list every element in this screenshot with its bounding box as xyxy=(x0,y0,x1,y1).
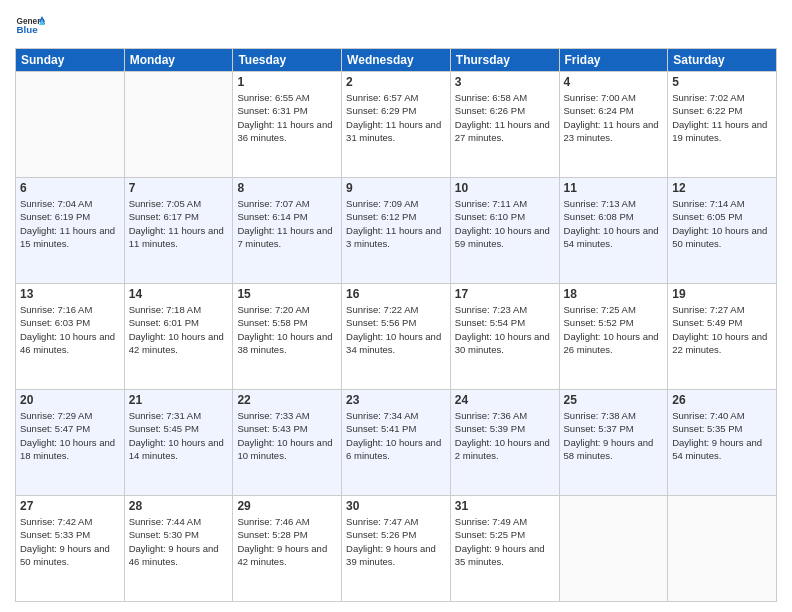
day-number: 5 xyxy=(672,75,772,89)
day-info: Sunrise: 7:23 AM Sunset: 5:54 PM Dayligh… xyxy=(455,303,555,356)
day-info: Sunrise: 7:33 AM Sunset: 5:43 PM Dayligh… xyxy=(237,409,337,462)
day-info: Sunrise: 7:49 AM Sunset: 5:25 PM Dayligh… xyxy=(455,515,555,568)
calendar-cell xyxy=(16,72,125,178)
day-header-tuesday: Tuesday xyxy=(233,49,342,72)
day-header-saturday: Saturday xyxy=(668,49,777,72)
calendar-cell: 26Sunrise: 7:40 AM Sunset: 5:35 PM Dayli… xyxy=(668,390,777,496)
day-info: Sunrise: 7:44 AM Sunset: 5:30 PM Dayligh… xyxy=(129,515,229,568)
calendar-cell: 8Sunrise: 7:07 AM Sunset: 6:14 PM Daylig… xyxy=(233,178,342,284)
calendar-cell xyxy=(124,72,233,178)
day-number: 12 xyxy=(672,181,772,195)
day-info: Sunrise: 7:34 AM Sunset: 5:41 PM Dayligh… xyxy=(346,409,446,462)
calendar-cell: 20Sunrise: 7:29 AM Sunset: 5:47 PM Dayli… xyxy=(16,390,125,496)
day-number: 27 xyxy=(20,499,120,513)
calendar-week-row: 1Sunrise: 6:55 AM Sunset: 6:31 PM Daylig… xyxy=(16,72,777,178)
calendar-cell: 5Sunrise: 7:02 AM Sunset: 6:22 PM Daylig… xyxy=(668,72,777,178)
day-info: Sunrise: 7:00 AM Sunset: 6:24 PM Dayligh… xyxy=(564,91,664,144)
day-number: 2 xyxy=(346,75,446,89)
day-number: 17 xyxy=(455,287,555,301)
day-info: Sunrise: 7:47 AM Sunset: 5:26 PM Dayligh… xyxy=(346,515,446,568)
calendar-cell: 7Sunrise: 7:05 AM Sunset: 6:17 PM Daylig… xyxy=(124,178,233,284)
day-info: Sunrise: 7:31 AM Sunset: 5:45 PM Dayligh… xyxy=(129,409,229,462)
calendar-cell xyxy=(668,496,777,602)
day-number: 18 xyxy=(564,287,664,301)
day-info: Sunrise: 7:46 AM Sunset: 5:28 PM Dayligh… xyxy=(237,515,337,568)
day-number: 30 xyxy=(346,499,446,513)
day-info: Sunrise: 7:25 AM Sunset: 5:52 PM Dayligh… xyxy=(564,303,664,356)
day-number: 6 xyxy=(20,181,120,195)
day-info: Sunrise: 7:36 AM Sunset: 5:39 PM Dayligh… xyxy=(455,409,555,462)
calendar-cell: 25Sunrise: 7:38 AM Sunset: 5:37 PM Dayli… xyxy=(559,390,668,496)
calendar-cell: 12Sunrise: 7:14 AM Sunset: 6:05 PM Dayli… xyxy=(668,178,777,284)
day-number: 8 xyxy=(237,181,337,195)
calendar-cell: 17Sunrise: 7:23 AM Sunset: 5:54 PM Dayli… xyxy=(450,284,559,390)
day-number: 22 xyxy=(237,393,337,407)
svg-text:Blue: Blue xyxy=(17,24,39,35)
calendar-cell: 30Sunrise: 7:47 AM Sunset: 5:26 PM Dayli… xyxy=(342,496,451,602)
day-info: Sunrise: 6:58 AM Sunset: 6:26 PM Dayligh… xyxy=(455,91,555,144)
day-number: 23 xyxy=(346,393,446,407)
day-info: Sunrise: 7:29 AM Sunset: 5:47 PM Dayligh… xyxy=(20,409,120,462)
day-info: Sunrise: 7:05 AM Sunset: 6:17 PM Dayligh… xyxy=(129,197,229,250)
calendar-week-row: 6Sunrise: 7:04 AM Sunset: 6:19 PM Daylig… xyxy=(16,178,777,284)
calendar-cell: 18Sunrise: 7:25 AM Sunset: 5:52 PM Dayli… xyxy=(559,284,668,390)
calendar-cell: 11Sunrise: 7:13 AM Sunset: 6:08 PM Dayli… xyxy=(559,178,668,284)
day-number: 14 xyxy=(129,287,229,301)
day-header-wednesday: Wednesday xyxy=(342,49,451,72)
page: General Blue SundayMondayTuesdayWednesda… xyxy=(0,0,792,612)
calendar-cell: 1Sunrise: 6:55 AM Sunset: 6:31 PM Daylig… xyxy=(233,72,342,178)
day-info: Sunrise: 7:42 AM Sunset: 5:33 PM Dayligh… xyxy=(20,515,120,568)
day-number: 4 xyxy=(564,75,664,89)
day-info: Sunrise: 7:20 AM Sunset: 5:58 PM Dayligh… xyxy=(237,303,337,356)
calendar-cell xyxy=(559,496,668,602)
logo: General Blue xyxy=(15,10,45,40)
calendar-cell: 16Sunrise: 7:22 AM Sunset: 5:56 PM Dayli… xyxy=(342,284,451,390)
day-info: Sunrise: 7:02 AM Sunset: 6:22 PM Dayligh… xyxy=(672,91,772,144)
day-header-sunday: Sunday xyxy=(16,49,125,72)
calendar-cell: 14Sunrise: 7:18 AM Sunset: 6:01 PM Dayli… xyxy=(124,284,233,390)
day-info: Sunrise: 7:40 AM Sunset: 5:35 PM Dayligh… xyxy=(672,409,772,462)
calendar-cell: 3Sunrise: 6:58 AM Sunset: 6:26 PM Daylig… xyxy=(450,72,559,178)
day-info: Sunrise: 7:22 AM Sunset: 5:56 PM Dayligh… xyxy=(346,303,446,356)
day-number: 13 xyxy=(20,287,120,301)
day-number: 7 xyxy=(129,181,229,195)
calendar-cell: 27Sunrise: 7:42 AM Sunset: 5:33 PM Dayli… xyxy=(16,496,125,602)
day-info: Sunrise: 6:57 AM Sunset: 6:29 PM Dayligh… xyxy=(346,91,446,144)
day-info: Sunrise: 7:04 AM Sunset: 6:19 PM Dayligh… xyxy=(20,197,120,250)
calendar-cell: 9Sunrise: 7:09 AM Sunset: 6:12 PM Daylig… xyxy=(342,178,451,284)
day-info: Sunrise: 7:16 AM Sunset: 6:03 PM Dayligh… xyxy=(20,303,120,356)
day-number: 25 xyxy=(564,393,664,407)
calendar-week-row: 20Sunrise: 7:29 AM Sunset: 5:47 PM Dayli… xyxy=(16,390,777,496)
calendar-cell: 13Sunrise: 7:16 AM Sunset: 6:03 PM Dayli… xyxy=(16,284,125,390)
calendar-cell: 10Sunrise: 7:11 AM Sunset: 6:10 PM Dayli… xyxy=(450,178,559,284)
calendar-cell: 2Sunrise: 6:57 AM Sunset: 6:29 PM Daylig… xyxy=(342,72,451,178)
day-info: Sunrise: 7:38 AM Sunset: 5:37 PM Dayligh… xyxy=(564,409,664,462)
day-info: Sunrise: 7:14 AM Sunset: 6:05 PM Dayligh… xyxy=(672,197,772,250)
day-number: 9 xyxy=(346,181,446,195)
day-info: Sunrise: 7:13 AM Sunset: 6:08 PM Dayligh… xyxy=(564,197,664,250)
day-number: 26 xyxy=(672,393,772,407)
day-header-friday: Friday xyxy=(559,49,668,72)
day-number: 1 xyxy=(237,75,337,89)
day-number: 29 xyxy=(237,499,337,513)
day-number: 24 xyxy=(455,393,555,407)
day-number: 19 xyxy=(672,287,772,301)
day-number: 3 xyxy=(455,75,555,89)
day-number: 28 xyxy=(129,499,229,513)
day-number: 20 xyxy=(20,393,120,407)
day-info: Sunrise: 7:27 AM Sunset: 5:49 PM Dayligh… xyxy=(672,303,772,356)
day-number: 10 xyxy=(455,181,555,195)
calendar-header-row: SundayMondayTuesdayWednesdayThursdayFrid… xyxy=(16,49,777,72)
calendar-cell: 29Sunrise: 7:46 AM Sunset: 5:28 PM Dayli… xyxy=(233,496,342,602)
day-header-monday: Monday xyxy=(124,49,233,72)
day-info: Sunrise: 6:55 AM Sunset: 6:31 PM Dayligh… xyxy=(237,91,337,144)
calendar-cell: 19Sunrise: 7:27 AM Sunset: 5:49 PM Dayli… xyxy=(668,284,777,390)
calendar-cell: 4Sunrise: 7:00 AM Sunset: 6:24 PM Daylig… xyxy=(559,72,668,178)
day-info: Sunrise: 7:09 AM Sunset: 6:12 PM Dayligh… xyxy=(346,197,446,250)
day-number: 21 xyxy=(129,393,229,407)
header: General Blue xyxy=(15,10,777,40)
day-number: 16 xyxy=(346,287,446,301)
day-header-thursday: Thursday xyxy=(450,49,559,72)
calendar-cell: 24Sunrise: 7:36 AM Sunset: 5:39 PM Dayli… xyxy=(450,390,559,496)
calendar-cell: 28Sunrise: 7:44 AM Sunset: 5:30 PM Dayli… xyxy=(124,496,233,602)
